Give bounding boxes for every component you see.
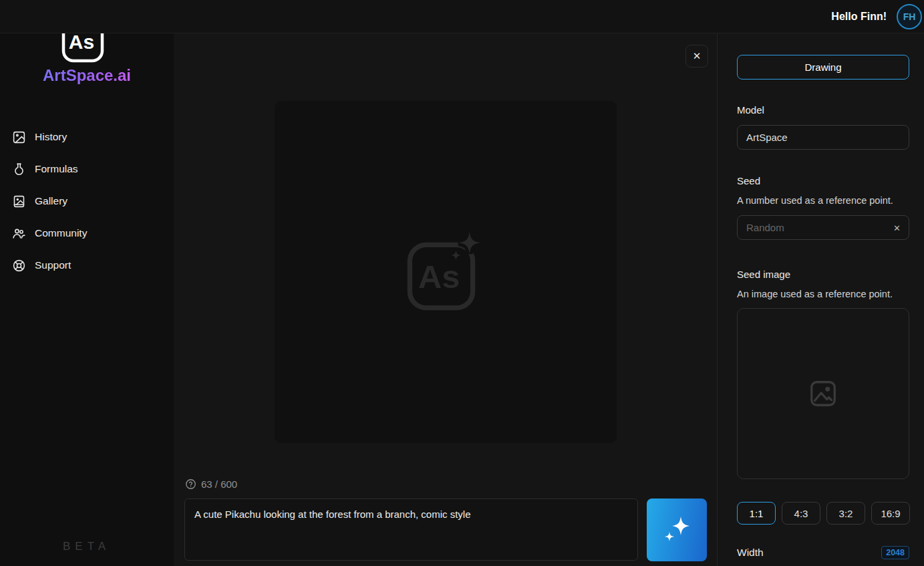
sparkles-icon: [658, 511, 696, 549]
gallery-book-icon: [12, 194, 26, 208]
drawing-mode-button[interactable]: Drawing: [737, 55, 909, 80]
seed-input-wrap: ✕: [737, 215, 909, 240]
sidebar-item-label: History: [35, 131, 67, 143]
settings-panel: Drawing Model ArtSpace Seed A number use…: [717, 33, 924, 566]
clear-seed-icon[interactable]: ✕: [893, 223, 901, 232]
beta-badge: BETA: [63, 540, 110, 553]
greeting-text: Hello Finn!: [831, 11, 887, 23]
seed-image-label: Seed image: [737, 269, 790, 280]
aspect-ratio-3-2[interactable]: 3:2: [826, 502, 865, 525]
sidebar-nav: History Formulas Gallery: [0, 121, 174, 281]
sidebar-item-history[interactable]: History: [0, 121, 174, 153]
history-image-icon: [12, 130, 26, 144]
watermark-monogram: As: [418, 259, 460, 295]
sidebar-item-support[interactable]: Support: [0, 249, 174, 281]
model-value: ArtSpace: [746, 132, 788, 143]
model-select[interactable]: ArtSpace: [737, 125, 909, 150]
width-row: Width 2048: [737, 546, 909, 559]
seed-description: A number used as a reference point.: [737, 195, 893, 206]
close-button[interactable]: ✕: [685, 45, 708, 67]
support-lifebuoy-icon: [12, 259, 26, 273]
sidebar-item-label: Gallery: [35, 195, 67, 207]
generation-canvas: As: [275, 101, 617, 443]
seed-image-dropzone[interactable]: [737, 308, 909, 479]
community-users-icon: [12, 227, 26, 241]
generate-button[interactable]: [647, 499, 707, 561]
top-bar: Hello Finn! FH: [0, 0, 924, 33]
sidebar-item-community[interactable]: Community: [0, 217, 174, 249]
width-label: Width: [737, 547, 764, 559]
canvas-watermark-logo-icon: As: [402, 231, 489, 313]
aspect-ratio-16-9[interactable]: 16:9: [871, 502, 910, 525]
sidebar-item-formulas[interactable]: Formulas: [0, 153, 174, 185]
sidebar: As ArtSpace.ai History Formulas: [0, 0, 174, 566]
aspect-ratio-1-1[interactable]: 1:1: [737, 502, 776, 525]
logo-monogram: As: [69, 31, 94, 53]
help-circle-icon[interactable]: [185, 478, 196, 490]
app-root: Hello Finn! FH As ArtSpace.ai: [0, 0, 924, 566]
seed-image-description: An image used as a reference point.: [737, 289, 893, 299]
sidebar-item-label: Community: [35, 227, 87, 239]
char-counter-text: 63 / 600: [201, 478, 237, 490]
seed-label: Seed: [737, 175, 760, 186]
char-counter: 63 / 600: [185, 478, 237, 490]
seed-input[interactable]: [738, 216, 909, 239]
user-avatar[interactable]: FH: [897, 4, 922, 29]
avatar-initials: FH: [903, 11, 916, 22]
sidebar-item-label: Support: [35, 259, 71, 271]
aspect-ratio-group: 1:1 4:3 3:2 16:9: [737, 502, 911, 525]
sidebar-item-gallery[interactable]: Gallery: [0, 185, 174, 217]
close-icon: ✕: [693, 50, 702, 61]
model-label: Model: [737, 104, 764, 116]
image-placeholder-icon: [808, 378, 838, 409]
aspect-ratio-4-3[interactable]: 4:3: [782, 502, 820, 525]
sidebar-item-label: Formulas: [35, 163, 78, 175]
prompt-input[interactable]: A cute Pikachu looking at the forest fro…: [184, 499, 638, 561]
flask-icon: [12, 162, 26, 176]
brand-name: ArtSpace.ai: [0, 66, 174, 85]
width-value-badge[interactable]: 2048: [881, 546, 909, 559]
